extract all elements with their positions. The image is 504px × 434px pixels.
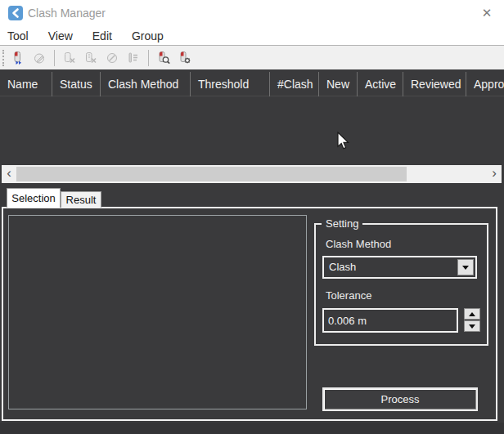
dropdown-button[interactable] — [457, 259, 474, 275]
column-header-name[interactable]: Name — [0, 72, 52, 96]
clash-view-settings-icon[interactable] — [175, 48, 195, 68]
refresh-clash-icon[interactable] — [102, 48, 122, 68]
triangle-down-icon — [469, 324, 475, 329]
window-title: Clash Manager — [28, 7, 106, 20]
tolerance-spinner — [464, 308, 480, 333]
tab-selection[interactable]: Selection — [7, 188, 61, 208]
menu-edit[interactable]: Edit — [92, 29, 112, 43]
clash-method-label: Clash Method — [326, 238, 391, 250]
chevron-down-icon — [462, 266, 469, 270]
spinner-down-button[interactable] — [464, 320, 480, 332]
find-clash-icon[interactable] — [154, 48, 173, 68]
clash-method-dropdown[interactable]: Clash — [322, 256, 477, 279]
column-header-num-clash[interactable]: #Clash — [270, 72, 319, 96]
toolbar-grip-handle[interactable] — [2, 50, 4, 66]
app-logo-icon — [8, 6, 23, 20]
clash-method-value: Clash — [329, 261, 356, 273]
menu-tool[interactable]: Tool — [7, 29, 29, 43]
menu-bar: Tool View Edit Group — [0, 26, 504, 45]
edit-clash-icon[interactable] — [29, 48, 49, 68]
column-header-clash-method[interactable]: Clash Method — [101, 72, 191, 96]
setting-legend: Setting — [322, 217, 362, 230]
clash-table-body[interactable] — [0, 96, 504, 165]
column-header-threshold[interactable]: Threshold — [191, 72, 270, 96]
menu-view[interactable]: View — [48, 29, 73, 43]
scroll-left-icon[interactable]: ‹ — [2, 165, 16, 183]
spinner-up-button[interactable] — [464, 308, 480, 320]
column-header-status[interactable]: Status — [52, 72, 101, 96]
triangle-up-icon — [469, 312, 475, 316]
tab-result[interactable]: Result — [61, 191, 101, 208]
column-header-approved[interactable]: Approved — [466, 72, 504, 96]
close-icon[interactable]: ✕ — [478, 4, 496, 22]
selection-list-panel[interactable] — [8, 215, 307, 409]
tolerance-input[interactable] — [322, 308, 458, 333]
clash-group-icon[interactable] — [124, 48, 143, 68]
window-bottom-strip — [0, 423, 504, 434]
title-bar: Clash Manager ✕ — [0, 0, 504, 26]
column-header-new[interactable]: New — [319, 72, 358, 96]
toolbar-separator — [148, 50, 149, 66]
scroll-right-icon[interactable]: › — [487, 165, 502, 183]
horizontal-scrollbar[interactable]: ‹ › — [2, 165, 502, 183]
column-header-active[interactable]: Active — [358, 72, 403, 96]
tolerance-label: Tolerance — [326, 289, 371, 302]
mouse-cursor — [336, 132, 351, 151]
run-clash-test-icon[interactable] — [8, 48, 28, 68]
column-header-reviewed[interactable]: Reviewed — [403, 72, 466, 96]
clash-manager-window: Clash Manager ✕ Tool View Edit Group — [0, 0, 504, 434]
delete-all-clashes-icon[interactable] — [81, 48, 101, 68]
toolbar — [0, 45, 504, 69]
menu-group[interactable]: Group — [132, 29, 164, 43]
process-button[interactable]: Process — [322, 387, 478, 411]
toolbar-separator — [54, 50, 55, 66]
delete-clash-icon[interactable] — [60, 48, 79, 68]
scrollbar-thumb[interactable] — [16, 167, 407, 181]
clash-table-header: Name Status Clash Method Threshold #Clas… — [0, 72, 504, 96]
